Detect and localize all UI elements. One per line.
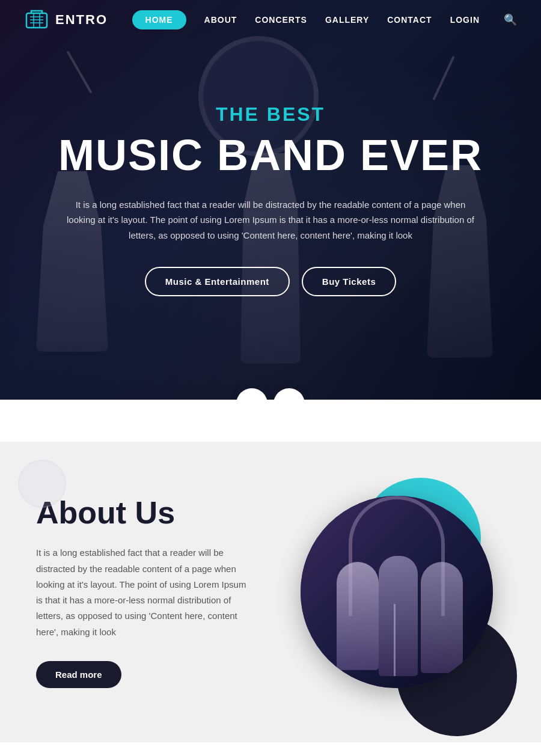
logo[interactable]: ENTRO — [24, 7, 108, 32]
circle-performer-3 — [421, 562, 463, 673]
nav-login[interactable]: LOGIN — [450, 15, 480, 25]
about-description: It is a long established fact that a rea… — [36, 545, 252, 640]
prev-arrow-button[interactable]: ← — [236, 388, 267, 400]
read-more-button[interactable]: Read more — [36, 661, 121, 688]
nav-links: HOME ABOUT CONCERTS GALLERY CONTACT LOGI… — [132, 10, 517, 29]
circle-performer-1 — [337, 562, 379, 670]
buy-tickets-button[interactable]: Buy Tickets — [302, 267, 396, 296]
left-arrow-icon: ← — [246, 398, 257, 400]
music-entertainment-button[interactable]: Music & Entertainment — [145, 267, 290, 296]
about-circle-image — [301, 496, 493, 688]
circle-performer-2 — [379, 556, 418, 676]
deco-circle-topleft — [18, 460, 66, 508]
about-right-column — [289, 496, 505, 688]
about-title: About Us — [36, 496, 252, 530]
hero-section: THE BEST MUSIC BAND EVER It is a long es… — [0, 0, 541, 400]
next-arrow-button[interactable]: → — [274, 388, 305, 400]
hero-subtitle: THE BEST — [216, 103, 325, 126]
about-section: About Us It is a long established fact t… — [0, 442, 541, 742]
nav-home[interactable]: HOME — [132, 10, 186, 29]
nav-contact[interactable]: CONTACT — [387, 15, 432, 25]
hero-content: THE BEST MUSIC BAND EVER It is a long es… — [0, 0, 541, 400]
about-left-column: About Us It is a long established fact t… — [36, 496, 252, 688]
circle-stage — [301, 496, 493, 688]
hero-buttons: Music & Entertainment Buy Tickets — [145, 267, 396, 296]
search-icon[interactable]: 🔍 — [504, 13, 517, 26]
right-arrow-icon: → — [284, 398, 295, 400]
nav-concerts[interactable]: CONCERTS — [255, 15, 307, 25]
nav-gallery[interactable]: GALLERY — [325, 15, 369, 25]
navbar: ENTRO HOME ABOUT CONCERTS GALLERY CONTAC… — [0, 0, 541, 39]
hero-description: It is a long established fact that a rea… — [60, 197, 481, 243]
nav-about[interactable]: ABOUT — [204, 15, 237, 25]
logo-icon — [24, 7, 49, 32]
logo-text: ENTRO — [55, 12, 108, 28]
svg-rect-0 — [26, 13, 47, 28]
hero-spacer — [0, 400, 541, 442]
slider-arrows: ← → — [236, 388, 305, 400]
hero-title: MUSIC BAND EVER — [58, 132, 483, 179]
